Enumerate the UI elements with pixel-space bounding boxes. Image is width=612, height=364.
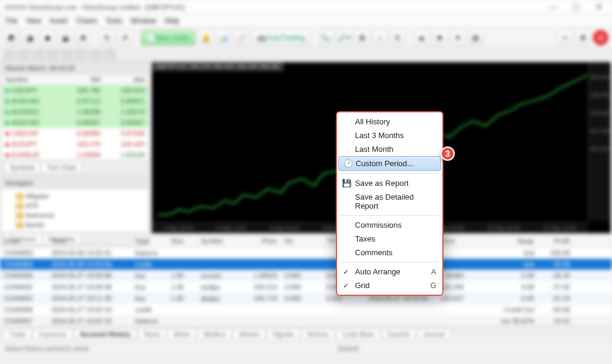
order-col-header[interactable]: Order [0,235,48,247]
window-title: XXXXX GloryGroup-Live - GloryGroup Limit… [5,4,545,11]
draw-tool[interactable] [90,50,102,59]
toolbar-button[interactable]: ✦ [450,30,466,45]
context-menu-item[interactable]: Comments [337,246,442,259]
context-menu-item[interactable]: Taxes [337,232,442,246]
order-col-header[interactable]: Type [131,235,167,247]
minimize-button[interactable]: — [545,2,562,13]
toolbar-button[interactable]: ↺ [117,30,133,45]
autotrading-button[interactable]: 🤖 AutoTrading [252,30,310,45]
context-menu-item[interactable]: 💾Save as Report [337,176,442,190]
order-col-header[interactable]: Size [167,235,197,247]
price-scale: 200.300198.200196.200194.100192.000 [588,62,611,221]
order-row[interactable]: 215490902024.05.27 18:05:08buy 1.00eurus… [0,270,612,282]
toolbar-button[interactable]: ● [593,30,608,45]
draw-tool[interactable] [4,50,16,59]
order-col-header[interactable]: Swap [484,235,538,247]
terminal-tab[interactable]: Trade [4,329,31,339]
order-row[interactable]: 215490922024.05.27 18:05:08buy 1.00audjp… [0,282,612,293]
window-controls: — ▢ ✕ [545,2,607,13]
toolbar-button[interactable]: ◩ [4,30,19,45]
watch-row[interactable]: USDJPY156.795156.823 [2,85,148,96]
close-button[interactable]: ✕ [590,2,607,13]
order-row[interactable]: 215490832024.05.08 14:02:41balance test1… [0,247,612,259]
order-row[interactable]: 215490022024.05.27 18:11:26buy 1.00gbpjp… [0,293,612,304]
menu-tools[interactable]: Tools [106,17,123,25]
watch-row[interactable]: AUDUSD0.665670.66567 [2,117,148,128]
toolbar-button[interactable]: ◆ [39,30,55,45]
toolbar-button[interactable]: ⊞ [354,30,370,45]
menu-insert[interactable]: Insert [50,17,68,25]
watch-row[interactable]: AUDJPY104.375104.420 [2,139,148,149]
watch-row[interactable]: CADCHF0.668800.67038 [2,128,148,139]
terminal-tab[interactable]: Articles [302,329,334,339]
context-menu-item[interactable]: 🕑Custom Period... [338,156,441,171]
terminal-tab[interactable]: Alerts [168,329,195,339]
toolbar-button[interactable]: 🔎+ [336,30,352,45]
menu-charts[interactable]: Charts [76,17,97,25]
context-menu-item[interactable]: GridG [337,279,442,292]
menu-window[interactable]: Window [131,17,157,25]
terminal-tab[interactable]: Experts [382,329,415,339]
nav-item[interactable]: Awesome [5,210,145,220]
draw-tool[interactable] [61,50,73,59]
toolbar-button[interactable]: ⬘ [432,30,448,45]
tab-symbols[interactable]: Symbols [4,162,40,173]
toolbar-button[interactable]: ⌖ [557,30,573,45]
order-col-header[interactable]: S/L [281,235,323,247]
draw-tool[interactable] [18,50,30,59]
toolbar-button[interactable]: ↻ [99,30,115,45]
order-col-header[interactable]: Price [233,235,281,247]
context-menu-item[interactable]: Last 3 Months [337,129,442,142]
toolbar-button[interactable]: ⊞ [75,30,91,45]
watch-row[interactable]: AUDCAD0.871120.89821 [2,96,148,106]
terminal-tab[interactable]: Signals [267,329,299,339]
watch-row[interactable]: AUDNZD1.082961.08279 [2,106,148,117]
terminal-tab[interactable]: News [139,329,166,339]
toolbar-button[interactable]: 🔔 [198,30,213,45]
toolbar-button[interactable]: ↕ [372,30,388,45]
watch-row[interactable]: EURAUD1.630841.63128 [2,149,148,160]
context-menu-item[interactable]: All History [337,115,442,129]
draw-tool[interactable] [104,50,116,59]
context-menu-item[interactable]: Save as Detailed Report [337,190,442,213]
toolbar-button[interactable]: ◪ [22,30,37,45]
draw-tool[interactable] [47,50,59,59]
context-menu-item[interactable]: Auto ArrangeA [337,265,442,279]
order-col-header[interactable]: Symbol [197,235,233,247]
toolbar-button[interactable]: 📊 [216,30,231,45]
order-col-header[interactable]: Time [48,235,131,247]
context-menu-item[interactable]: Commissions [337,218,442,232]
menu-view[interactable]: View [26,17,41,25]
toolbar-button[interactable]: ⬙ [414,30,430,45]
nav-item[interactable]: ATR [5,201,145,210]
new-order-button[interactable]: 📄 New Order [141,30,195,45]
terminal-tab[interactable]: Code Base [336,329,380,339]
order-col-header[interactable]: Profit [538,235,574,247]
order-row[interactable]: 215490842024.05.08 14:03:56credit test50… [0,259,612,270]
toolbar-button[interactable]: 🔍- [319,30,334,45]
order-col-header[interactable]: Price [436,235,484,247]
draw-tool[interactable] [32,50,44,59]
nav-item[interactable]: Bands [5,220,145,230]
terminal-tab[interactable]: Exposure [33,329,72,339]
menu-help[interactable]: Help [164,17,179,25]
step-badge: 3 [440,146,455,161]
terminal-tab[interactable]: Mailbox [198,329,231,339]
toolbar-button[interactable]: ▤ [468,30,484,45]
order-row[interactable]: 215490072024.05.27 19:02:18balance out 3… [0,316,612,327]
toolbar-button[interactable]: 📈 [234,30,249,45]
save-icon: 💾 [342,179,351,188]
toolbar-button[interactable]: ⚙ [575,30,590,45]
toolbar-button[interactable]: ⎘ [390,30,406,45]
terminal-tab[interactable]: Market [234,329,265,339]
nav-item[interactable]: Alligator [5,191,145,201]
menu-file[interactable]: File [6,17,17,25]
draw-tool[interactable] [75,50,87,59]
maximize-button[interactable]: ▢ [568,2,585,13]
terminal-tab[interactable]: Account History [75,329,136,339]
context-menu-item[interactable]: Last Month [337,142,442,156]
tab-tick-chart[interactable]: Tick Chart [41,162,82,173]
order-row[interactable]: 215490062024.05.27 19:02:18credit Credit… [0,304,612,316]
terminal-tab[interactable]: Journal [418,329,450,339]
toolbar-button[interactable]: ⬓ [57,30,73,45]
